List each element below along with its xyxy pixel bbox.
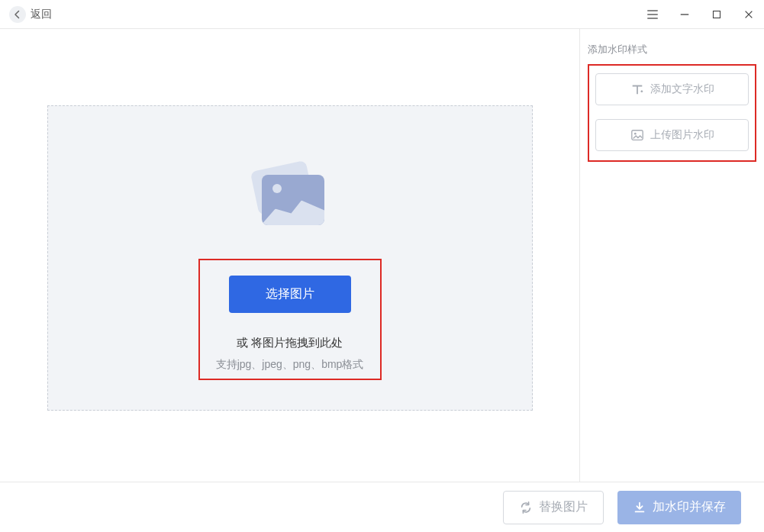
replace-image-label: 替换图片 [539, 499, 588, 515]
add-text-watermark-button[interactable]: 添加文字水印 [595, 73, 749, 105]
save-label: 加水印并保存 [653, 499, 726, 515]
save-with-watermark-button[interactable]: 加水印并保存 [617, 491, 741, 524]
replace-icon [519, 501, 533, 514]
placeholder-image-icon [248, 160, 332, 243]
svg-rect-0 [714, 11, 720, 18]
text-icon [630, 82, 644, 96]
left-pane: 选择图片 或 将图片拖拽到此处 支持jpg、jpeg、png、bmp格式 [0, 29, 580, 482]
supported-formats-text: 支持jpg、jpeg、png、bmp格式 [216, 358, 364, 372]
svg-point-2 [633, 133, 636, 135]
upload-highlight-box: 选择图片 或 将图片拖拽到此处 支持jpg、jpeg、png、bmp格式 [198, 259, 382, 380]
drag-hint-text: 或 将图片拖拽到此处 [237, 336, 343, 350]
maximize-icon[interactable] [708, 5, 726, 24]
main-content: 选择图片 或 将图片拖拽到此处 支持jpg、jpeg、png、bmp格式 添加水… [0, 29, 764, 482]
image-dropzone[interactable]: 选择图片 或 将图片拖拽到此处 支持jpg、jpeg、png、bmp格式 [47, 105, 533, 411]
select-image-button[interactable]: 选择图片 [229, 276, 351, 313]
menu-icon[interactable] [643, 5, 662, 24]
title-bar: 返回 [0, 0, 764, 29]
download-icon [633, 501, 646, 514]
back-button[interactable]: 返回 [9, 6, 52, 23]
minimize-icon[interactable] [675, 5, 694, 24]
right-pane: 添加水印样式 添加文字水印 上传图片水印 [580, 29, 764, 482]
bottom-bar: 替换图片 加水印并保存 [0, 482, 764, 532]
image-watermark-label: 上传图片水印 [650, 128, 714, 142]
replace-image-button[interactable]: 替换图片 [503, 491, 604, 524]
image-icon [630, 128, 644, 142]
sidebar-title: 添加水印样式 [588, 43, 756, 56]
text-watermark-label: 添加文字水印 [650, 82, 714, 96]
back-label: 返回 [31, 8, 52, 21]
watermark-options-highlight-box: 添加文字水印 上传图片水印 [588, 64, 756, 162]
window-controls [643, 5, 758, 24]
back-arrow-icon [9, 6, 26, 23]
upload-image-watermark-button[interactable]: 上传图片水印 [595, 119, 749, 151]
close-icon[interactable] [740, 5, 758, 24]
